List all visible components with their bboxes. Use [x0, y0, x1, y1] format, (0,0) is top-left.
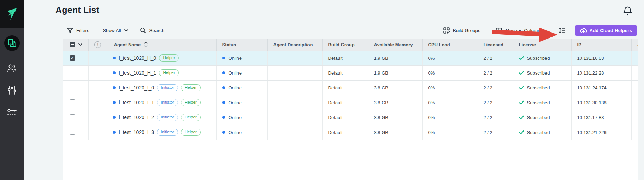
status-text: Online [229, 115, 242, 120]
table-row[interactable]: l_test_1020_H_0 Helper Online Default 1.… [63, 51, 638, 65]
column-header-license: License [513, 39, 571, 51]
toolbar-left: Filters Show All Search [67, 25, 164, 36]
toolbar-right: Build Groups Manage Columns Add Cloud He… [443, 25, 637, 36]
row-checkbox[interactable] [70, 129, 75, 135]
badge-helper: Helper [181, 84, 201, 92]
badge-initiator: Initiator [157, 114, 178, 121]
cloud-plus-icon [580, 28, 587, 33]
status-dot-icon [222, 101, 225, 104]
sidebar-item-users[interactable] [0, 64, 24, 72]
licensed-count: 2 / 2 [478, 65, 513, 80]
app-logo[interactable] [0, 0, 24, 28]
licensed-count: 2 / 2 [478, 51, 513, 65]
agent-dot-icon [113, 86, 116, 89]
column-header-ip: IP [571, 39, 631, 51]
add-cloud-helpers-button[interactable]: Add Cloud Helpers [575, 25, 637, 36]
badge-helper: Helper [181, 114, 201, 121]
table-row[interactable]: l_test_1020_I_1 InitiatorHelper Online D… [63, 95, 638, 110]
agent-table: ! Agent Name Status Agent Description [63, 39, 638, 180]
row-checkbox[interactable] [70, 55, 75, 61]
agent-description [267, 80, 322, 95]
notifications-button[interactable] [623, 6, 632, 18]
logo-icon [6, 7, 18, 21]
info-icon[interactable]: ! [94, 41, 101, 48]
available-memory: 3.8 GB [368, 95, 422, 110]
table-header-row: ! Agent Name Status Agent Description [63, 39, 638, 51]
agent-badges: InitiatorHelper [154, 114, 201, 121]
build-group: Default [322, 65, 368, 80]
sliders-icon [7, 85, 17, 95]
agent-description [267, 65, 322, 80]
search-icon [140, 27, 146, 34]
search-button[interactable]: Search [140, 27, 165, 34]
info-cell [88, 51, 108, 65]
row-checkbox[interactable] [70, 85, 75, 90]
row-checkbox[interactable] [70, 99, 75, 105]
agent-dot-icon [113, 71, 116, 74]
status-dot-icon [222, 57, 225, 59]
manage-columns-icon [496, 27, 502, 34]
licensed-count: 2 / 2 [478, 110, 513, 125]
column-header-licensed: Licensed... [478, 39, 513, 51]
table-row[interactable]: l_test_1020_I_3 InitiatorHelper Online D… [63, 125, 638, 140]
ip-address: 10.131.21.226 [571, 125, 631, 140]
select-menu-chevron-icon[interactable] [78, 43, 82, 46]
license-text: Subscribed [527, 115, 550, 120]
license-text: Subscribed [527, 70, 550, 76]
select-all-checkbox[interactable] [70, 42, 75, 47]
build-groups-button[interactable]: Build Groups [443, 27, 480, 34]
table-row[interactable]: l_test_1020_I_0 InitiatorHelper Online D… [63, 80, 638, 95]
filter-funnel-icon [67, 28, 73, 34]
show-all-label: Show All [103, 28, 121, 33]
status-text: Online [229, 56, 242, 61]
info-cell [88, 110, 108, 125]
show-all-dropdown[interactable]: Show All [103, 28, 128, 33]
agent-dot-icon [113, 101, 116, 104]
build-group: Default [322, 80, 368, 95]
table-row[interactable]: l_test_1020_I_2 InitiatorHelper Online D… [63, 110, 638, 125]
table-row[interactable]: l_test_1020_H_1 Helper Online Default 1.… [63, 65, 638, 80]
table-body: l_test_1020_H_0 Helper Online Default 1.… [63, 51, 638, 140]
licensed-count: 2 / 2 [478, 125, 513, 140]
manage-columns-button[interactable]: Manage Columns [496, 27, 543, 34]
cut-cell [631, 65, 638, 80]
ip-address: 10.131.16.63 [571, 51, 631, 65]
row-height-icon [559, 27, 565, 34]
cpu-load: 0% [422, 80, 478, 95]
agent-description [267, 51, 322, 65]
build-groups-label: Build Groups [453, 28, 480, 33]
cpu-load: 0% [422, 51, 478, 65]
status-text: Online [229, 100, 242, 105]
info-cell [88, 95, 108, 110]
badge-helper: Helper [181, 99, 201, 106]
agent-description [267, 125, 322, 140]
build-group: Default [322, 95, 368, 110]
key-icon [7, 108, 17, 116]
add-cloud-helpers-label: Add Cloud Helpers [590, 28, 632, 33]
build-group: Default [322, 125, 368, 140]
cut-cell [631, 51, 638, 65]
license-check-icon [519, 86, 524, 90]
agent-badges: InitiatorHelper [154, 99, 201, 106]
sort-control[interactable] [144, 42, 148, 47]
available-memory: 1.9 GB [368, 65, 422, 80]
sidebar-item-settings[interactable] [0, 85, 24, 95]
filters-button[interactable]: Filters [67, 28, 89, 34]
sidebar [0, 0, 24, 180]
build-groups-icon [443, 27, 450, 34]
column-header-build-group: Build Group [322, 39, 368, 51]
column-header-cut: A [631, 39, 638, 51]
row-checkbox[interactable] [70, 114, 75, 120]
badge-helper: Helper [159, 69, 179, 77]
agent-badges: InitiatorHelper [154, 84, 201, 92]
status-dot-icon [222, 131, 225, 134]
sidebar-item-keys[interactable] [0, 108, 24, 116]
agents-machines-icon [7, 39, 17, 48]
row-checkbox[interactable] [70, 70, 75, 75]
badge-initiator: Initiator [157, 99, 178, 106]
sidebar-item-agents[interactable] [0, 28, 24, 51]
row-height-button[interactable] [559, 27, 565, 34]
cut-cell [631, 110, 638, 125]
license-check-icon [519, 100, 524, 105]
agent-description [267, 110, 322, 125]
